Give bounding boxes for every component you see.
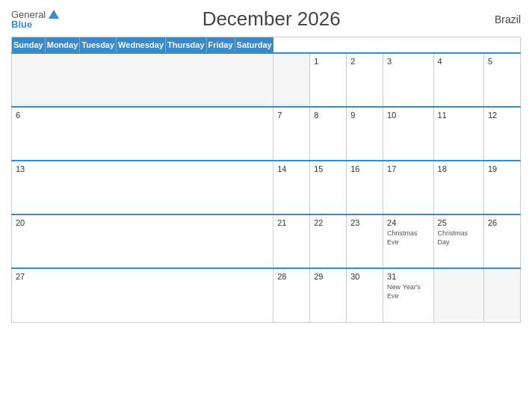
header-wednesday: Wednesday (117, 37, 166, 52)
header-tuesday: Tuesday (80, 37, 117, 52)
day-number: 15 (314, 164, 342, 173)
calendar-cell: 8 (310, 107, 347, 161)
calendar-cell: 30 (347, 268, 383, 322)
day-number: 22 (314, 218, 342, 227)
calendar-cell: 18 (433, 161, 483, 214)
calendar-cell (433, 268, 483, 322)
day-number: 27 (16, 272, 269, 281)
calendar-cell: 7 (273, 107, 310, 161)
calendar-cell (273, 53, 310, 107)
day-number: 17 (387, 164, 429, 173)
day-number: 14 (277, 164, 306, 173)
day-number: 1 (314, 57, 342, 66)
calendar-table: Sunday Monday Tuesday Wednesday Thursday… (11, 37, 521, 323)
day-number: 30 (350, 272, 379, 281)
calendar-cell: 5 (483, 53, 520, 107)
day-number: 19 (488, 164, 516, 173)
calendar-cell: 16 (347, 161, 383, 214)
day-number: 18 (438, 164, 480, 173)
day-number: 12 (488, 111, 516, 120)
day-number: 9 (350, 111, 379, 120)
header-sunday: Sunday (12, 37, 46, 52)
calendar-cell (483, 268, 520, 322)
day-number: 16 (350, 164, 379, 173)
calendar-cell: 24Christmas Eve (383, 214, 433, 268)
day-number: 24 (387, 218, 429, 227)
day-number: 11 (438, 111, 480, 120)
day-number: 10 (387, 111, 429, 120)
logo-general-text: General (11, 10, 46, 19)
week-row-5: 2728293031New Year's Eve (12, 268, 521, 322)
week-row-4: 2021222324Christmas Eve25Christmas Day26 (12, 214, 521, 268)
day-number: 2 (350, 57, 379, 66)
day-number: 25 (438, 218, 480, 227)
calendar-cell: 10 (383, 107, 433, 161)
header-monday: Monday (46, 37, 81, 52)
calendar-cell: 13 (12, 161, 273, 214)
calendar-cell: 17 (383, 161, 433, 214)
header-saturday: Saturday (235, 37, 273, 52)
header-friday: Friday (207, 37, 235, 52)
day-number: 3 (387, 57, 429, 66)
calendar-cell: 27 (12, 268, 273, 322)
logo: General Blue (11, 10, 59, 29)
weekday-header-row: Sunday Monday Tuesday Wednesday Thursday… (12, 37, 273, 52)
calendar-cell: 23 (347, 214, 383, 268)
calendar-cell: 14 (273, 161, 310, 214)
calendar-cell: 20 (12, 214, 273, 268)
holiday-label: Christmas Eve (387, 229, 429, 247)
calendar-cell: 3 (383, 53, 433, 107)
calendar-cell: 1 (310, 53, 347, 107)
page-header: General Blue December 2026 Brazil (11, 7, 521, 31)
calendar-cell: 6 (12, 107, 273, 161)
day-number: 5 (488, 57, 516, 66)
calendar-cell: 2 (347, 53, 383, 107)
logo-triangle-icon (49, 10, 59, 19)
calendar-cell: 4 (433, 53, 483, 107)
day-number: 31 (387, 272, 429, 281)
calendar-cell: 11 (433, 107, 483, 161)
day-number: 26 (488, 218, 516, 227)
day-number: 13 (16, 164, 269, 173)
holiday-label: New Year's Eve (387, 283, 429, 300)
country-label: Brazil (483, 13, 521, 25)
calendar-title: December 2026 (59, 7, 483, 31)
calendar-cell: 26 (483, 214, 520, 268)
calendar-cell: 21 (273, 214, 310, 268)
calendar-cell (12, 53, 273, 107)
calendar-cell: 15 (310, 161, 347, 214)
week-row-1: 12345 (12, 53, 521, 107)
calendar-page: General Blue December 2026 Brazil Sunday… (0, 0, 532, 411)
calendar-cell: 19 (483, 161, 520, 214)
day-number: 7 (277, 111, 306, 120)
week-row-3: 13141516171819 (12, 161, 521, 214)
week-row-2: 6789101112 (12, 107, 521, 161)
calendar-cell: 9 (347, 107, 383, 161)
day-number: 28 (277, 272, 306, 281)
calendar-cell: 22 (310, 214, 347, 268)
day-number: 8 (314, 111, 342, 120)
holiday-label: Christmas Day (438, 229, 480, 247)
day-number: 23 (350, 218, 379, 227)
calendar-cell: 28 (273, 268, 310, 322)
day-number: 29 (314, 272, 342, 281)
calendar-cell: 25Christmas Day (433, 214, 483, 268)
logo-blue-text: Blue (11, 19, 59, 29)
calendar-cell: 12 (483, 107, 520, 161)
day-number: 6 (16, 111, 269, 120)
day-number: 20 (16, 218, 269, 227)
day-number: 4 (438, 57, 480, 66)
day-number: 21 (277, 218, 306, 227)
calendar-cell: 29 (310, 268, 347, 322)
calendar-cell: 31New Year's Eve (383, 268, 433, 322)
header-thursday: Thursday (166, 37, 207, 52)
